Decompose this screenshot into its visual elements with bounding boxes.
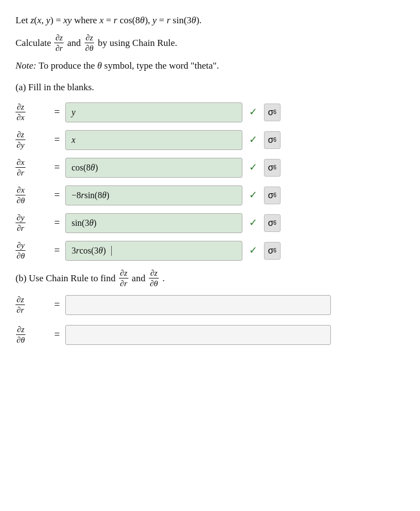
sigma-btn-dy-dtheta[interactable]: σ6 [264, 242, 280, 260]
lhs-dz-dy: ∂z ∂y [15, 130, 49, 150]
calc-suffix: by using Chain Rule. [98, 36, 178, 50]
part-b-text: (b) Use Chain Rule to find [15, 271, 116, 286]
input-b-dz-dtheta[interactable] [65, 325, 331, 345]
sigma-btn-dz-dy[interactable]: σ6 [264, 131, 280, 149]
part-b-dz-dr: ∂z ∂r [119, 269, 128, 288]
lhs-dx-dtheta: ∂x ∂θ [15, 185, 49, 205]
lhs-b-dz-dr: ∂z ∂r [15, 295, 49, 315]
answer-dz-dy[interactable]: x [65, 130, 242, 150]
lhs-dy-dr: ∂y ∂r [15, 213, 49, 233]
sigma-btn-dx-dtheta[interactable]: σ6 [264, 187, 280, 204]
intro-text: Let z(x, y) = xy where x = r cos(8θ), y … [15, 13, 405, 28]
dz-dtheta-fraction: ∂z ∂θ [84, 33, 95, 53]
sigma-btn-dy-dr[interactable]: σ6 [264, 214, 280, 232]
calculate-line: Calculate ∂z ∂r and ∂z ∂θ by using Chain… [15, 33, 405, 53]
calculate-prefix: Calculate [15, 36, 51, 50]
part-b: (b) Use Chain Rule to find ∂z ∂r and ∂z … [15, 269, 405, 345]
sigma-btn-dx-dr[interactable]: σ6 [264, 159, 280, 177]
part-a-label: (a) Fill in the blanks. [15, 80, 405, 95]
row-dz-dx: ∂z ∂x = y ✓ σ6 [15, 102, 405, 122]
lhs-b-dz-dtheta: ∂z ∂θ [15, 325, 49, 345]
check-dz-dx: ✓ [249, 105, 257, 120]
part-b-and: and [132, 271, 146, 286]
calc-and: and [67, 36, 81, 50]
lhs-dy-dtheta: ∂y ∂θ [15, 241, 49, 261]
check-dy-dr: ✓ [249, 215, 257, 230]
answer-dy-dtheta[interactable]: 3r cos(3θ) [65, 241, 242, 261]
check-dx-dr: ✓ [249, 160, 257, 175]
answer-dx-dr[interactable]: cos(8θ) [65, 158, 242, 178]
row-dz-dy: ∂z ∂y = x ✓ σ6 [15, 130, 405, 150]
part-b-label-line: (b) Use Chain Rule to find ∂z ∂r and ∂z … [15, 269, 405, 288]
row-b-dz-dr: ∂z ∂r = [15, 295, 405, 315]
row-dy-dr: ∂y ∂r = sin(3θ) ✓ σ6 [15, 213, 405, 233]
sigma-btn-dz-dx[interactable]: σ6 [264, 104, 280, 121]
part-b-dz-dtheta: ∂z ∂θ [149, 269, 159, 288]
dz-dr-fraction: ∂z ∂r [54, 33, 64, 53]
check-dx-dtheta: ✓ [249, 188, 257, 203]
note-line: Note: To produce the θ symbol, type the … [15, 59, 405, 73]
answer-dx-dtheta[interactable]: −8r sin(8θ) [65, 185, 242, 205]
lhs-dx-dr: ∂x ∂r [15, 158, 49, 178]
row-dx-dtheta: ∂x ∂θ = −8r sin(8θ) ✓ σ6 [15, 185, 405, 205]
input-b-dz-dr[interactable] [65, 295, 331, 315]
row-dx-dr: ∂x ∂r = cos(8θ) ✓ σ6 [15, 158, 405, 178]
row-b-dz-dtheta: ∂z ∂θ = [15, 325, 405, 345]
check-dy-dtheta: ✓ [249, 243, 257, 258]
row-dy-dtheta: ∂y ∂θ = 3r cos(3θ) ✓ σ6 [15, 241, 405, 261]
lhs-dz-dx: ∂z ∂x [15, 102, 49, 122]
check-dz-dy: ✓ [249, 132, 257, 147]
answer-dy-dr[interactable]: sin(3θ) [65, 213, 242, 233]
answer-dz-dx[interactable]: y [65, 102, 242, 122]
